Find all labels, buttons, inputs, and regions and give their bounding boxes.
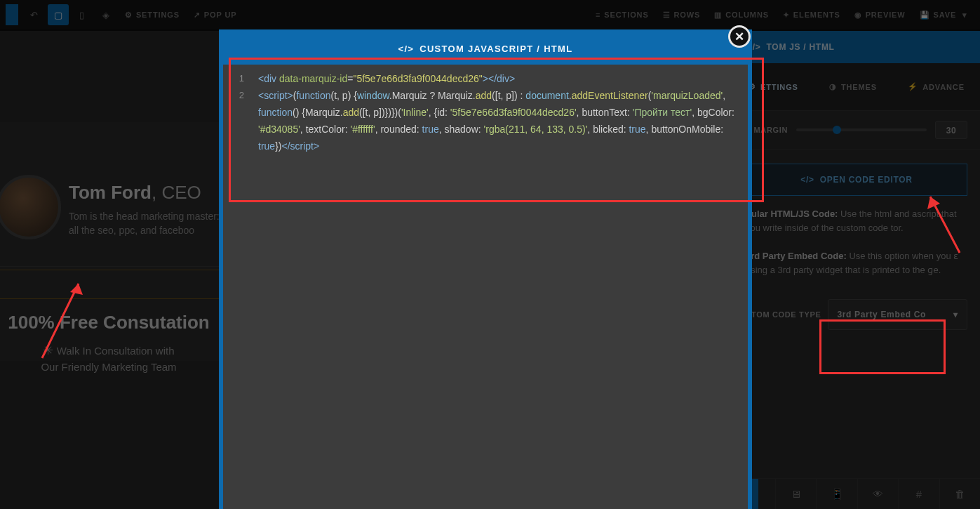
modal-header: </> CUSTOM JAVASCRIPT / HTML: [223, 32, 748, 65]
code-icon: </>: [398, 44, 415, 54]
code-line-2: <script>(function(t, p) {window.Marquiz …: [255, 87, 748, 154]
code-editor-modal: </> CUSTOM JAVASCRIPT / HTML 1 2 <div da…: [219, 29, 752, 509]
line-gutter: 1 2: [223, 70, 250, 104]
modal-title: CUSTOM JAVASCRIPT / HTML: [419, 44, 572, 54]
line-number: 1: [223, 70, 244, 87]
code-editor[interactable]: 1 2 <div data-marquiz-id="5f5e7e66d3fa9f…: [223, 65, 748, 509]
close-icon: ✕: [734, 29, 744, 44]
code-line-1: <div data-marquiz-id="5f5e7e66d3fa9f0044…: [255, 70, 748, 87]
line-number: 2: [223, 87, 244, 104]
close-modal-button[interactable]: ✕: [728, 25, 751, 48]
